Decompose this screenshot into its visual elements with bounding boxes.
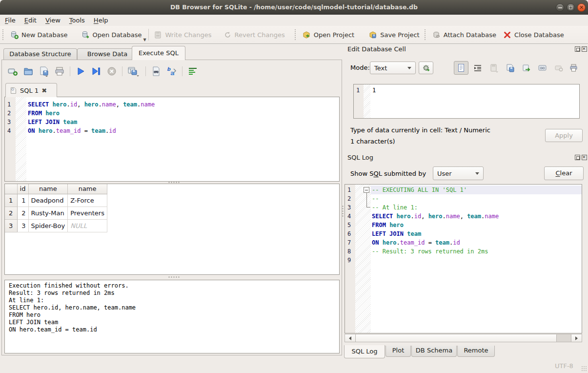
scrollbar-thumb[interactable] [356,334,557,342]
write-changes-button[interactable]: Write Changes [151,27,215,42]
sql-log-code[interactable]: -- EXECUTING ALL IN 'SQL 1'---- At line … [372,186,499,265]
indent-icon [473,63,482,72]
toolbar-grip-3[interactable] [424,29,426,41]
tab-db-schema[interactable]: DB Schema [411,346,457,357]
execution-message-box[interactable]: Execution finished without errors.Result… [4,280,340,353]
tab-database-structure[interactable]: Database Structure [3,48,77,60]
edit-cell-float-icon[interactable] [575,46,580,52]
sql-editor-code[interactable]: SELECT hero.id, hero.name, team.nameFROM… [28,100,155,135]
tab-browse-data[interactable]: Browse Data [77,48,138,60]
new-database-button[interactable]: New Database [7,27,71,42]
sql-tab[interactable]: SQL 1 ✖ [5,83,57,97]
splitter-results-message[interactable] [168,276,181,278]
menu-view[interactable]: View [41,16,65,25]
sql-toolbar-separator-4 [182,66,182,76]
open-database-button[interactable]: Open Database [78,27,145,42]
open-project-button[interactable]: Open Project [299,27,358,42]
splitter-editor-results[interactable] [168,182,181,183]
mode-select-value: Text [374,64,387,72]
cell-editor-content[interactable]: 1 [372,86,376,95]
edit-cell-close-icon[interactable] [582,46,587,52]
scroll-left-arrow[interactable] [345,334,356,342]
results-cell[interactable]: 1 [17,194,28,207]
execute-line-icon[interactable] [91,66,101,77]
results-cell[interactable]: 2 [17,207,28,219]
sql-log-close-icon[interactable] [582,155,587,160]
scroll-right-arrow[interactable] [571,334,582,342]
results-column-header[interactable]: name [28,184,68,194]
results-row-header[interactable]: 2 [5,207,17,219]
close-database-button[interactable]: Close Database [500,27,568,42]
auto-complete-icon[interactable]: ba [166,66,177,77]
menu-edit[interactable]: Edit [20,16,41,25]
mode-config-button[interactable] [419,62,433,74]
message-line: FROM hero [9,311,335,319]
cell-print-button[interactable] [566,61,581,75]
sql-log-float-icon[interactable] [575,155,580,160]
sql-editor[interactable]: 1234 SELECT hero.id, hero.name, team.nam… [4,97,340,182]
cell-word-wrap-button[interactable] [470,61,485,75]
menu-file[interactable]: File [5,16,20,25]
results-column-header[interactable]: name [68,184,107,194]
cell-set-null-button[interactable] [551,61,566,75]
toolbar-grip-2[interactable] [294,29,297,41]
apply-button[interactable]: Apply [545,129,583,142]
execute-sql-icon[interactable] [75,66,86,77]
cell-import-button[interactable] [503,61,517,75]
stop-sql-icon[interactable] [106,66,117,77]
results-cell[interactable]: Z-Force [68,194,107,207]
open-sql-file-icon[interactable] [23,66,34,77]
results-cell[interactable]: 3 [17,219,28,232]
tab-sql-log[interactable]: SQL Log [344,345,385,358]
cell-export-button[interactable] [519,61,533,75]
results-cell[interactable]: NULL [68,219,107,232]
save-sql-file-icon[interactable] [39,66,49,77]
cell-link-button[interactable] [535,61,549,75]
results-cell[interactable]: Rusty-Man [28,207,68,219]
main-vertical-splitter[interactable] [342,205,344,218]
log-filter-select[interactable]: User [433,166,484,180]
open-database-dropdown-arrow[interactable]: ▼ [143,38,146,43]
close-button[interactable]: ✕ [577,3,586,12]
results-column-header[interactable]: id [17,184,28,194]
format-sql-icon[interactable] [187,66,198,77]
export-results-icon[interactable] [127,66,141,77]
results-cell[interactable]: Deadpond [28,194,68,207]
import-data-icon [506,63,515,73]
find-icon[interactable] [151,66,162,77]
mode-select[interactable]: Text [370,62,416,74]
tab-plot[interactable]: Plot [385,346,411,357]
sql-log-editor[interactable]: 123456789 -- EXECUTING ALL IN 'SQL 1'---… [345,184,582,333]
sql-editor-line-numbers: 1234 [5,97,16,181]
attach-database-button[interactable]: Attach Database [429,27,500,42]
tab-execute-sql[interactable]: Execute SQL [132,46,185,60]
revert-changes-button[interactable]: Revert Changes [220,27,288,42]
cell-open-button[interactable] [487,61,501,75]
fold-collapse-icon[interactable] [364,187,369,193]
resize-grip[interactable] [581,366,587,372]
results-grid[interactable]: idnamename11DeadpondZ-Force22Rusty-ManPr… [4,184,340,275]
write-changes-icon [154,31,162,39]
cell-editor[interactable]: 1 1 [353,84,580,119]
results-row-header[interactable]: 1 [5,194,17,207]
print-sql-icon[interactable] [54,66,65,77]
clear-log-button[interactable]: Clear [544,166,584,180]
tab-remote[interactable]: Remote [457,346,495,357]
link-icon [538,63,547,73]
log-horizontal-scrollbar[interactable] [345,334,582,342]
results-row-header[interactable]: 3 [5,219,17,232]
toolbar-grip[interactable] [2,29,4,41]
menu-help[interactable]: Help [89,16,113,25]
code-line: LEFT JOIN team [372,229,499,238]
new-sql-tab-icon[interactable] [7,66,18,77]
results-cell[interactable]: Preventers [68,207,107,219]
results-cell[interactable]: Spider-Boy [28,219,68,232]
minimize-button[interactable] [556,3,564,12]
results-corner-header[interactable] [5,184,17,194]
message-line: Execution finished without errors. [9,282,335,290]
sql-tab-close-icon[interactable]: ✖ [41,87,47,94]
menu-tools[interactable]: Tools [65,16,89,25]
save-project-button[interactable]: Save Project [365,27,423,42]
cell-mode-text-button[interactable] [454,61,468,75]
maximize-button[interactable] [567,3,575,12]
